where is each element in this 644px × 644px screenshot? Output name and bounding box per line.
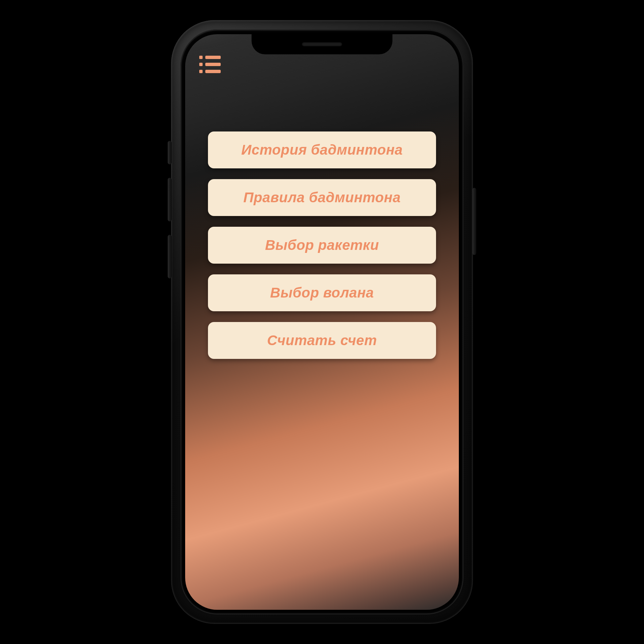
phone-bezel: История бадминтона Правила бадминтона Вы… xyxy=(180,30,464,614)
menu-item-label: Выбор ракетки xyxy=(265,237,379,253)
phone-volume-down xyxy=(168,235,172,278)
menu-icon-bar xyxy=(205,63,221,66)
menu-item-label: История бадминтона xyxy=(241,142,402,158)
menu-icon-bar xyxy=(205,56,221,59)
menu-item-history[interactable]: История бадминтона xyxy=(208,131,436,168)
menu-item-label: Считать счет xyxy=(267,332,377,348)
menu-icon-dot xyxy=(199,63,203,66)
menu-icon-bar xyxy=(205,70,221,73)
app-screen: История бадминтона Правила бадминтона Вы… xyxy=(185,34,459,610)
menu-item-score-counter[interactable]: Считать счет xyxy=(208,322,436,359)
menu-icon-dot xyxy=(199,70,203,73)
main-menu: История бадминтона Правила бадминтона Вы… xyxy=(208,131,436,359)
list-menu-icon[interactable] xyxy=(199,56,221,73)
menu-icon-row xyxy=(199,70,221,73)
phone-volume-up xyxy=(168,178,172,221)
menu-icon-row xyxy=(199,56,221,59)
stage: История бадминтона Правила бадминтона Вы… xyxy=(0,0,644,644)
menu-icon-dot xyxy=(199,56,203,59)
menu-item-rules[interactable]: Правила бадминтона xyxy=(208,179,436,216)
phone-frame: История бадминтона Правила бадминтона Вы… xyxy=(171,20,473,624)
menu-item-label: Правила бадминтона xyxy=(244,190,401,206)
phone-power-button xyxy=(472,188,476,255)
menu-icon-row xyxy=(199,63,221,66)
phone-notch xyxy=(252,34,392,54)
phone-speaker xyxy=(302,42,342,46)
app-header xyxy=(199,56,221,73)
menu-item-shuttle-choice[interactable]: Выбор волана xyxy=(208,274,436,311)
menu-item-racket-choice[interactable]: Выбор ракетки xyxy=(208,227,436,264)
phone-mute-switch xyxy=(168,141,172,164)
menu-item-label: Выбор волана xyxy=(270,285,374,301)
